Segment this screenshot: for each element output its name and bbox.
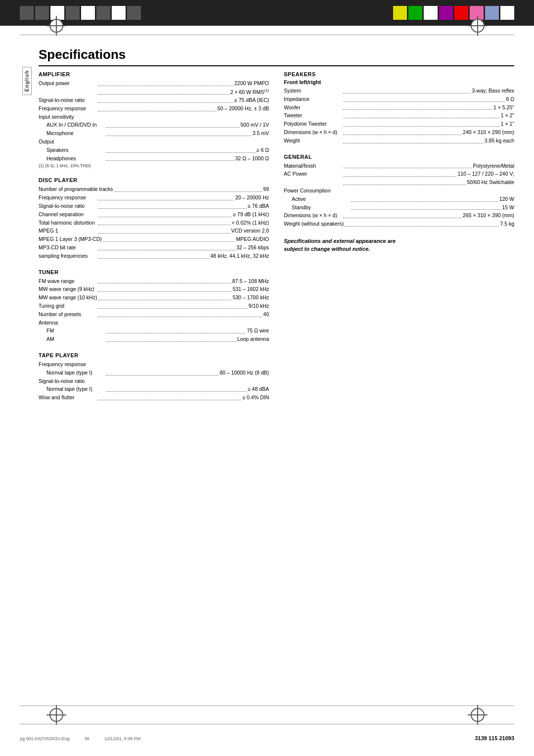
output-label: Output xyxy=(39,138,269,146)
output-power-label: Output power xyxy=(39,79,98,88)
dim-gen-dots xyxy=(343,211,462,218)
tuning-grid-row: Tuning grid 9/10 kHz xyxy=(39,302,269,310)
wow-flutter-value: ≤ 0.4% DIN xyxy=(242,393,269,402)
antenna-label: Antenna xyxy=(39,319,269,327)
headphones-label: Headphones xyxy=(46,154,106,163)
woofer-value: 1 × 5.25" xyxy=(493,103,514,112)
mw9-row: MW wave range (9 kHz) 531 – 1602 kHz xyxy=(39,285,269,293)
num-presets-dots xyxy=(98,310,262,317)
normal-tape1-label: Normal tape (type I) xyxy=(46,369,106,377)
header-block-r7 xyxy=(485,6,499,20)
header-block-6 xyxy=(96,6,110,20)
page-footer: pg 001-032/V520/21-Eng 30 12/11/01, 5:06… xyxy=(20,735,514,741)
tweeter-label: Tweeter xyxy=(284,111,343,120)
header-block-1 xyxy=(20,6,34,20)
header-blocks-right xyxy=(393,6,514,20)
active-row: Active 120 W xyxy=(284,195,514,203)
weight-spk-dots xyxy=(343,137,484,143)
normal-tape2-label: Normal tape (type I) xyxy=(46,385,106,393)
num-tracks-label: Number of programmable tracks xyxy=(39,185,114,193)
sampling-label: sampling frequencies xyxy=(39,252,98,260)
page-wrapper: English Specifications AMPLIFIER Output … xyxy=(0,37,534,411)
polydome-label: Polydome Tweeter xyxy=(284,120,343,128)
hz-switch-label xyxy=(284,178,343,187)
snr-amp-row: Signal-to-noise ratio ≥ 75 dBA (IEC) xyxy=(39,96,269,104)
standby-row: Standby 15 W xyxy=(284,203,514,212)
normal-tape2-dots xyxy=(106,385,247,392)
header-block-8 xyxy=(127,6,141,20)
num-tracks-dots xyxy=(114,185,263,192)
freq-response-tape-label: Frequency response xyxy=(39,360,269,369)
fm-antenna-dots xyxy=(106,327,246,333)
am-antenna-row: AM Loop antenna xyxy=(39,335,269,343)
mpeg1l3-label: MPEG 1 Layer 3 (MP3-CD) xyxy=(39,235,103,243)
right-column: SPEAKERS Front left/right System 3-way; … xyxy=(284,71,514,411)
snr-disc-dots xyxy=(98,202,247,209)
normal-tape2-value: ≥ 48 dBA xyxy=(248,385,269,393)
freq-amp-value: 50 – 20000 Hz, ± 3 dB xyxy=(218,104,269,113)
crosshair-bottom-left xyxy=(49,708,63,722)
rms-label xyxy=(39,88,98,96)
mw9-label: MW wave range (9 kHz) xyxy=(39,285,98,293)
thd-value: < 0.02% (1 kHz) xyxy=(231,219,269,227)
wow-flutter-label: Wow and flutter xyxy=(39,393,98,402)
weight-gen-dots xyxy=(345,220,499,227)
bitrate-row: MP3-CD bit rate 32 – 256 kbps xyxy=(39,243,269,252)
active-label: Active xyxy=(292,195,351,203)
output-power-value: 2200 W PMPO xyxy=(234,79,269,88)
material-dots xyxy=(343,162,472,169)
mic-value: 3.5 mV xyxy=(253,129,269,138)
crosshair-bottom-right xyxy=(471,708,485,722)
dim-spk-label: Dimensions (w × h × d) xyxy=(284,128,343,137)
specs-notice: Specifications and external appearance a… xyxy=(284,237,514,253)
snr-disc-label: Signal-to-noise ratio xyxy=(39,202,98,210)
bitrate-dots xyxy=(98,243,235,250)
dim-spk-dots xyxy=(343,128,462,135)
fm-antenna-value: 75 Ω wire xyxy=(247,327,269,335)
bitrate-value: 32 – 256 kbps xyxy=(236,243,269,252)
freq-disc-value: 20 – 20000 Hz xyxy=(235,193,269,202)
rms-row: 2 × 60 W RMS(1) xyxy=(39,88,269,96)
wow-flutter-row: Wow and flutter ≤ 0.4% DIN xyxy=(39,393,269,402)
bottom-thin-line-top xyxy=(20,706,514,706)
freq-amp-label: Frequency response xyxy=(39,104,98,113)
tape-player-section: TAPE PLAYER Frequency response Normal ta… xyxy=(39,352,269,402)
aux-label: AUX In / CDR/DVD In xyxy=(46,121,106,129)
rms-dots xyxy=(98,88,229,94)
bottom-thin-line-bottom xyxy=(20,724,514,724)
snr-amp-label: Signal-to-noise ratio xyxy=(39,96,98,104)
fm-range-label: FM wave range xyxy=(39,277,98,285)
general-section: GENERAL Material/finish Polystyrene/Meta… xyxy=(284,154,514,228)
woofer-label: Woofer xyxy=(284,103,343,112)
active-dots xyxy=(351,195,498,202)
dim-spk-row: Dimensions (w × h × d) 240 × 310 × 290 (… xyxy=(284,128,514,137)
mpeg1-label: MPEG 1 xyxy=(39,227,98,235)
ac-power-label: AC Power xyxy=(284,170,343,178)
output-power-row: Output power 2200 W PMPO xyxy=(39,79,269,88)
thd-row: Total harmonic distortion < 0.02% (1 kHz… xyxy=(39,219,269,227)
woofer-dots xyxy=(343,103,492,110)
speakers-title: SPEAKERS xyxy=(284,71,514,77)
ch-sep-label: Channel separation xyxy=(39,210,98,219)
header-block-7 xyxy=(112,6,126,20)
tuner-title: TUNER xyxy=(39,269,269,275)
footer-product-code: 3139 115 21093 xyxy=(475,735,514,741)
standby-label: Standby xyxy=(292,203,351,212)
hz-switch-dots xyxy=(343,178,466,185)
num-tracks-value: 99 xyxy=(263,185,269,193)
output-power-dots xyxy=(98,79,233,86)
ac-power-row: AC Power 110 – 127 / 220 – 240 V; xyxy=(284,170,514,178)
material-value: Polystyrene/Metal xyxy=(473,162,514,170)
impedance-row: Impedance 6 Ω xyxy=(284,95,514,103)
general-title: GENERAL xyxy=(284,154,514,160)
dim-gen-value: 265 × 310 × 390 (mm) xyxy=(463,211,514,220)
mpeg1-dots xyxy=(98,227,230,234)
system-dots xyxy=(343,87,471,94)
snr-disc-row: Signal-to-noise ratio ≥ 76 dBA xyxy=(39,202,269,210)
standby-dots xyxy=(351,203,501,210)
num-presets-value: 40 xyxy=(263,310,269,319)
polydome-value: 1 × 1" xyxy=(501,120,514,128)
weight-gen-value: 7.5 kg xyxy=(500,220,514,228)
sampling-row: sampling frequencies 48 kHz, 44.1 kHz, 3… xyxy=(39,252,269,260)
crosshair-right xyxy=(471,19,485,33)
